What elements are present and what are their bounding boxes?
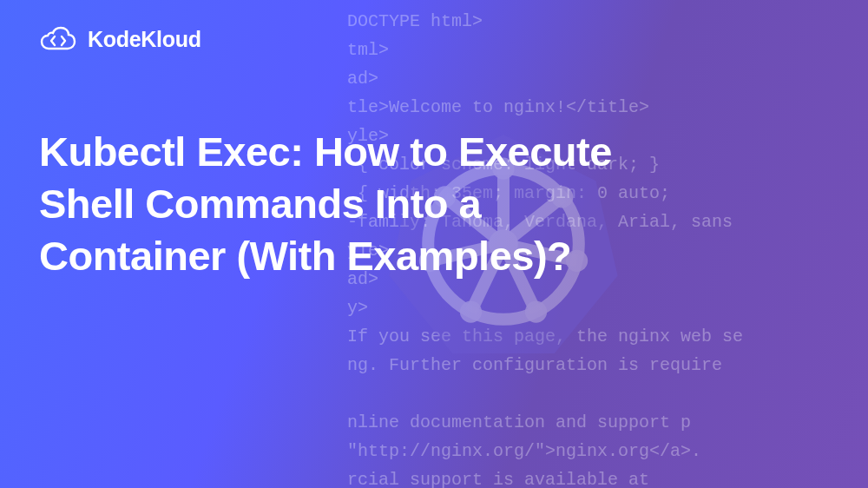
svg-point-13 bbox=[525, 301, 547, 323]
svg-point-14 bbox=[460, 301, 482, 323]
brand-logo: KodeKloud bbox=[39, 26, 201, 52]
cloud-code-icon bbox=[39, 26, 77, 52]
brand-name: KodeKloud bbox=[88, 27, 201, 52]
page-title: Kubectl Exec: How to Execute Shell Comma… bbox=[39, 126, 647, 282]
